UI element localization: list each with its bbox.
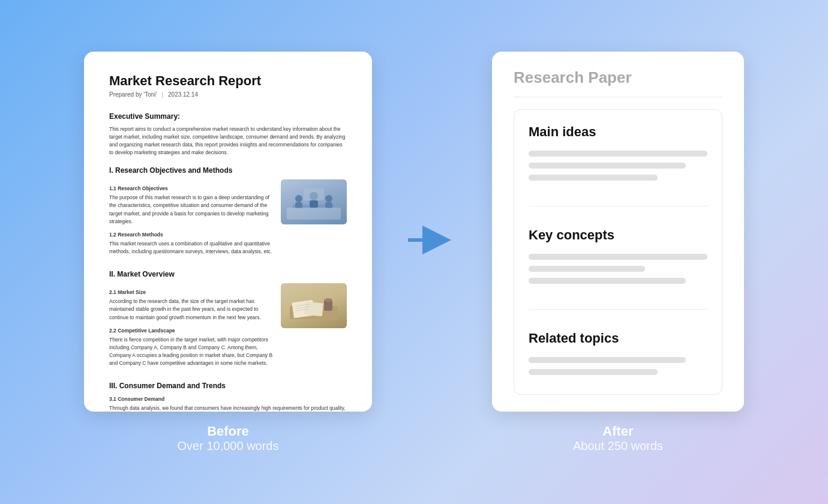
after-panel: Research Paper Main ideas Key concepts (492, 52, 744, 453)
meeting-image (281, 179, 347, 224)
subsection-2-1-row: 2.1 Market Size According to the researc… (109, 283, 347, 372)
svg-point-5 (325, 195, 332, 202)
subsection-1-1-row: 1.1 Research Objectives The purpose of t… (109, 179, 347, 260)
desk-image-visual (281, 283, 347, 328)
key-concepts-group: Key concepts (529, 227, 707, 284)
svg-rect-2 (295, 202, 302, 208)
section-ii-heading: II. Market Overview (109, 270, 347, 278)
subsection-1-2-body: This market research uses a combination … (109, 240, 274, 256)
after-label-bottom: About 250 words (573, 439, 663, 453)
main-ideas-heading: Main ideas (529, 124, 707, 140)
section-i-heading: I. Research Objectives and Methods (109, 166, 347, 175)
subsection-1-1-body: The purpose of this market research is t… (109, 194, 274, 226)
after-label-top: After (573, 424, 663, 439)
subtitle-date: 2023.12.14 (168, 91, 198, 98)
main-ideas-line-1 (529, 151, 707, 157)
related-topics-group: Related topics (529, 331, 707, 375)
subsection-2-2-body: There is fierce competition in the targe… (109, 336, 274, 368)
svg-rect-6 (325, 202, 332, 208)
subsection-2-1-title: 2.1 Market Size (109, 289, 274, 295)
subsection-3-1-body: Through data analysis, we found that con… (109, 404, 347, 411)
subsection-3-1-title: 3.1 Consumer Demand (109, 396, 347, 402)
before-label-top: Before (178, 424, 279, 439)
document-title: Market Research Report (109, 73, 347, 89)
document-card: Market Research Report Prepared by 'Toni… (84, 52, 372, 412)
svg-point-1 (295, 195, 302, 202)
main-ideas-line-2 (529, 163, 686, 169)
section-iii-heading: III. Consumer Demand and Trends (109, 382, 347, 390)
key-concepts-line-1 (529, 254, 707, 260)
subtitle-sep: | (161, 91, 163, 98)
related-topics-line-2 (529, 369, 658, 375)
related-topics-heading: Related topics (529, 331, 707, 346)
subsection-1-1-title: 1.1 Research Objectives (109, 185, 274, 191)
subsection-2-1-body: According to the research data, the size… (109, 298, 274, 322)
desk-image (281, 283, 347, 328)
main-ideas-line-3 (529, 175, 658, 181)
main-ideas-group: Main ideas (529, 124, 707, 181)
inner-card: Main ideas Key concepts Related topics (514, 109, 722, 395)
meeting-image-visual (281, 179, 347, 224)
related-topics-line-1 (529, 357, 686, 363)
main-container: Market Research Report Prepared by 'Toni… (0, 40, 828, 465)
arrow-container (408, 222, 456, 258)
desk-svg (287, 289, 341, 322)
meeting-svg (287, 185, 341, 218)
subsection-1-2-title: 1.2 Research Methods (109, 232, 274, 238)
after-label: After About 250 words (573, 424, 663, 453)
document-subtitle: Prepared by 'Toni' | 2023.12.14 (109, 91, 347, 98)
svg-point-12 (324, 298, 332, 302)
divider-1 (529, 206, 707, 206)
svg-rect-7 (304, 188, 324, 200)
svg-rect-4 (310, 200, 318, 208)
before-label: Before Over 10,000 words (178, 424, 279, 453)
key-concepts-line-3 (529, 278, 686, 284)
before-label-bottom: Over 10,000 words (178, 439, 279, 453)
subsection-2-1-text: 2.1 Market Size According to the researc… (109, 283, 274, 372)
key-concepts-heading: Key concepts (529, 227, 707, 243)
arrow-icon (408, 222, 456, 258)
key-concepts-line-2 (529, 266, 645, 272)
subtitle-author: Prepared by 'Toni' (109, 91, 157, 98)
exec-summary-heading: Executive Summary: (109, 112, 347, 121)
before-panel: Market Research Report Prepared by 'Toni… (84, 52, 372, 453)
research-card: Research Paper Main ideas Key concepts (492, 52, 744, 412)
exec-summary-body: This report aims to conduct a comprehens… (109, 125, 347, 157)
research-card-title: Research Paper (514, 68, 722, 97)
subsection-1-1-text: 1.1 Research Objectives The purpose of t… (109, 179, 274, 260)
subsection-2-2-title: 2.2 Competitive Landscape (109, 328, 274, 334)
divider-2 (529, 309, 707, 310)
